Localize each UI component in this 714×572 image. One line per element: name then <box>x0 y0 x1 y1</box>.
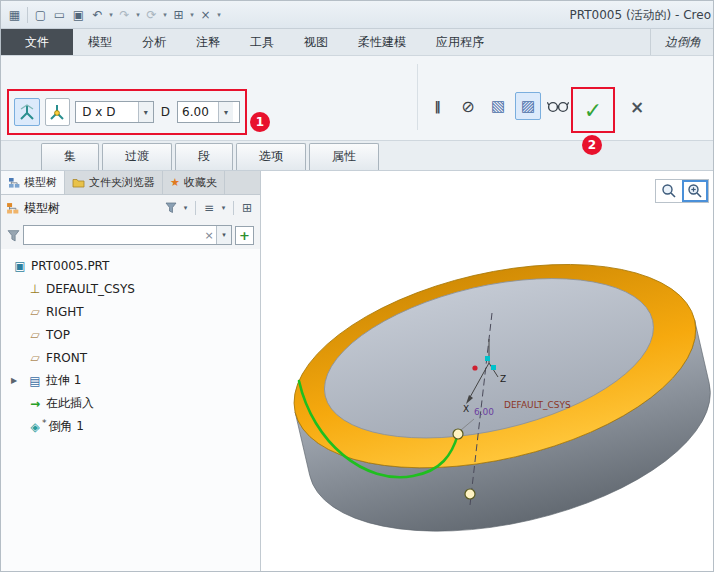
tree-item-right-plane[interactable]: ▱ RIGHT <box>1 300 260 323</box>
chamfer-scheme-select[interactable]: D x D ▾ <box>75 101 154 123</box>
cancel-button[interactable]: × <box>625 94 649 120</box>
regenerate-dropdown-icon[interactable]: ▾ <box>161 11 169 19</box>
folder-icon <box>72 177 85 188</box>
tree-item-front-plane[interactable]: ▱ FRONT <box>1 346 260 369</box>
toolbar-divider <box>195 201 196 215</box>
model-tree-filter-input[interactable] <box>24 226 202 244</box>
tab-model-tree-label: 模型树 <box>24 175 57 190</box>
chamfer-dimension-text[interactable]: 6.00 <box>474 407 494 417</box>
dashboard-divider <box>417 64 418 130</box>
dashboard-action-group: ‖ ⊘ ▧ ▨ <box>425 92 571 120</box>
chamfer-transitions-icon <box>47 102 67 122</box>
model-scene[interactable]: Z X 6.00 DEFAULT_CSYS <box>261 171 714 572</box>
geometry-preview-icon: ▨ <box>521 97 535 115</box>
subtab-transitions[interactable]: 过渡 <box>102 143 172 170</box>
axis-z-label: Z <box>500 374 506 384</box>
tree-columns-icon[interactable]: ⊞ <box>239 199 255 217</box>
verify-button[interactable] <box>545 92 571 120</box>
tab-view[interactable]: 视图 <box>289 29 343 55</box>
close-window-icon[interactable]: × <box>197 5 214 25</box>
tab-favorites[interactable]: ★ 收藏夹 <box>163 171 225 194</box>
tab-folder-browser[interactable]: 文件夹浏览器 <box>65 171 163 194</box>
insert-here-icon: → <box>26 397 44 411</box>
regenerate-icon[interactable]: ⟳ <box>143 5 160 25</box>
csys-handle[interactable] <box>485 356 490 361</box>
chamfer-drag-handle[interactable] <box>453 429 463 439</box>
subtab-properties[interactable]: 属性 <box>309 143 379 170</box>
checkmark-icon: ✓ <box>584 98 602 123</box>
tab-edge-chamfer-context[interactable]: 边倒角 <box>650 29 714 55</box>
subtab-options[interactable]: 选项 <box>236 143 306 170</box>
glasses-icon <box>547 99 569 113</box>
annotation-badge-2: 2 <box>582 135 602 155</box>
chamfer-dimension-input[interactable] <box>178 105 218 119</box>
pause-icon: ‖ <box>434 99 442 114</box>
funnel-gear-icon <box>165 202 177 214</box>
save-icon[interactable]: ▣ <box>70 5 87 25</box>
window-grid-icon[interactable]: ▦ <box>6 5 23 25</box>
filter-history-dropdown-icon[interactable]: ▾ <box>216 226 231 244</box>
tab-annotate[interactable]: 注释 <box>181 29 235 55</box>
tree-item-label: 倒角 1 <box>47 418 84 435</box>
chevron-down-icon[interactable]: ▾ <box>218 102 233 122</box>
undo-icon[interactable]: ↶ <box>89 5 106 25</box>
tree-filter-dropdown-icon[interactable]: ▾ <box>181 204 190 212</box>
navigator-panel: 模型树 文件夹浏览器 ★ 收藏夹 模型树 <box>1 171 261 572</box>
tab-flexible-modeling[interactable]: 柔性建模 <box>343 29 421 55</box>
open-icon[interactable]: ▭ <box>51 5 68 25</box>
tree-display-dropdown-icon[interactable]: ▾ <box>219 204 228 212</box>
zoom-in-button[interactable] <box>682 180 708 202</box>
tree-item-part[interactable]: ▣ PRT0005.PRT <box>1 254 260 277</box>
part-body[interactable] <box>274 229 714 566</box>
tree-filter-settings-icon[interactable] <box>163 199 179 217</box>
tree-item-label: PRT0005.PRT <box>29 259 109 273</box>
tab-file[interactable]: 文件 <box>1 29 73 55</box>
redo-dropdown-icon[interactable]: ▾ <box>134 11 142 19</box>
tab-tools[interactable]: 工具 <box>235 29 289 55</box>
add-filter-button[interactable]: + <box>235 226 254 245</box>
tab-analysis[interactable]: 分析 <box>127 29 181 55</box>
chamfer-drag-handle[interactable] <box>465 489 475 499</box>
geometry-preview-button[interactable]: ▨ <box>515 92 541 120</box>
datum-plane-icon: ▱ <box>26 328 44 342</box>
undo-dropdown-icon[interactable]: ▾ <box>107 11 115 19</box>
quick-access-toolbar: ▦ ▢ ▭ ▣ ↶ ▾ ↷ ▾ ⟳ ▾ ⊞ ▾ × ▾ <box>1 5 223 25</box>
datum-plane-icon: ▱ <box>26 305 44 319</box>
regenerate-marker-icon: * <box>42 418 47 428</box>
zoom-out-button[interactable] <box>656 180 682 202</box>
tab-applications[interactable]: 应用程序 <box>421 29 499 55</box>
datum-point[interactable] <box>472 365 477 370</box>
redo-icon[interactable]: ↷ <box>116 5 133 25</box>
csys-name-label[interactable]: DEFAULT_CSYS <box>504 400 571 410</box>
tree-item-chamfer-1[interactable]: ◈ * 倒角 1 <box>1 415 260 438</box>
model-tree-tab-icon <box>8 177 20 189</box>
clear-filter-icon[interactable]: × <box>202 229 216 242</box>
csys-handle[interactable] <box>491 365 496 370</box>
chamfer-sets-mode-button[interactable] <box>14 98 40 126</box>
tree-item-insert-here[interactable]: → 在此插入 <box>1 392 260 415</box>
subtab-pieces[interactable]: 段 <box>175 143 233 170</box>
accept-button[interactable]: ✓ <box>576 93 610 127</box>
model-tree-toolbar: 模型树 ▾ ≡ ▾ ⊞ <box>1 195 260 221</box>
attached-preview-button[interactable]: ▧ <box>485 92 511 120</box>
tab-model[interactable]: 模型 <box>73 29 127 55</box>
tree-item-default-csys[interactable]: ⊥ DEFAULT_CSYS <box>1 277 260 300</box>
no-preview-button[interactable]: ⊘ <box>455 92 481 120</box>
tree-item-extrude-1[interactable]: ▶ ▤ 拉伸 1 <box>1 369 260 392</box>
chevron-down-icon[interactable]: ▾ <box>138 102 153 122</box>
chamfer-transitions-mode-button[interactable] <box>45 98 71 126</box>
pause-button[interactable]: ‖ <box>425 92 451 120</box>
windows-icon[interactable]: ⊞ <box>170 5 187 25</box>
windows-dropdown-icon[interactable]: ▾ <box>188 11 196 19</box>
tab-model-tree[interactable]: 模型树 <box>1 171 65 194</box>
customize-toolbar-icon[interactable]: ▾ <box>215 11 223 19</box>
new-icon[interactable]: ▢ <box>32 5 49 25</box>
subtab-sets[interactable]: 集 <box>41 143 99 170</box>
model-tree: ▣ PRT0005.PRT ⊥ DEFAULT_CSYS ▱ RIGHT ▱ T… <box>1 249 260 572</box>
graphics-area[interactable]: Z X 6.00 DEFAULT_CSYS <box>261 171 714 572</box>
tree-item-label: FRONT <box>44 351 87 365</box>
expander-icon[interactable]: ▶ <box>11 376 26 385</box>
tree-display-list-icon[interactable]: ≡ <box>201 199 217 217</box>
tree-item-top-plane[interactable]: ▱ TOP <box>1 323 260 346</box>
dashboard-subtab-row: 集 过渡 段 选项 属性 <box>1 141 714 171</box>
